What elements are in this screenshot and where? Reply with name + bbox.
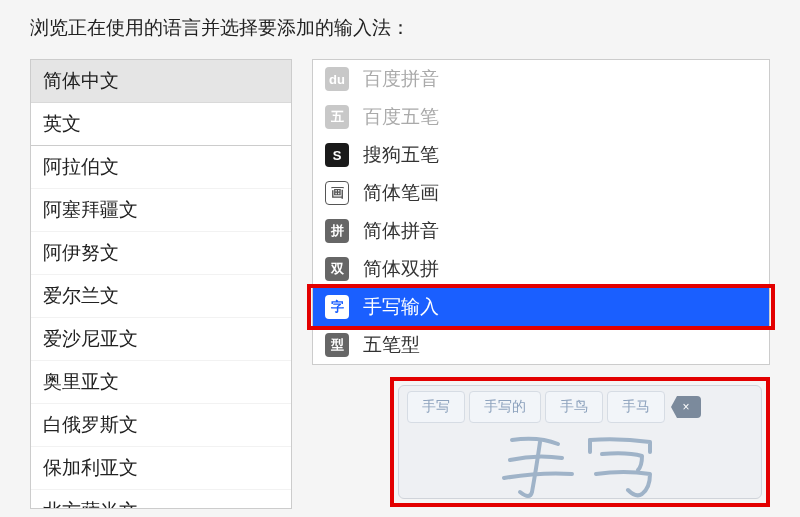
language-item[interactable]: 爱沙尼亚文 <box>31 318 291 361</box>
language-item[interactable]: 爱尔兰文 <box>31 275 291 318</box>
ime-icon: S <box>325 143 349 167</box>
handwriting-canvas[interactable] <box>399 428 761 500</box>
ime-list[interactable]: du百度拼音五百度五笔S搜狗五笔画简体笔画拼简体拼音双简体双拼字手写输入型五笔型 <box>312 59 770 365</box>
ime-icon: 画 <box>325 181 349 205</box>
ime-item[interactable]: 型五笔型 <box>313 326 769 364</box>
ime-label: 五笔型 <box>363 332 420 358</box>
ime-item[interactable]: 双简体双拼 <box>313 250 769 288</box>
language-item[interactable]: 白俄罗斯文 <box>31 404 291 447</box>
ime-label: 搜狗五笔 <box>363 142 439 168</box>
ime-label: 简体双拼 <box>363 256 439 282</box>
handwritten-strokes-icon <box>490 430 670 500</box>
page-title: 浏览正在使用的语言并选择要添加的输入法： <box>30 10 770 41</box>
backspace-icon[interactable]: × <box>671 396 701 418</box>
language-item[interactable]: 简体中文 <box>31 60 291 103</box>
language-item[interactable]: 北方萨米文 <box>31 490 291 509</box>
ime-icon: 字 <box>325 295 349 319</box>
ime-label: 手写输入 <box>363 294 439 320</box>
ime-icon: 五 <box>325 105 349 129</box>
ime-icon: du <box>325 67 349 91</box>
language-item[interactable]: 阿拉伯文 <box>31 146 291 189</box>
language-item[interactable]: 保加利亚文 <box>31 447 291 490</box>
ime-icon: 型 <box>325 333 349 357</box>
ime-label: 百度五笔 <box>363 104 439 130</box>
candidate-item[interactable]: 手写的 <box>469 391 541 423</box>
ime-icon: 双 <box>325 257 349 281</box>
ime-item[interactable]: du百度拼音 <box>313 60 769 98</box>
language-item[interactable]: 英文 <box>31 103 291 146</box>
ime-item[interactable]: 拼简体拼音 <box>313 212 769 250</box>
ime-item[interactable]: 五百度五笔 <box>313 98 769 136</box>
ime-label: 百度拼音 <box>363 66 439 92</box>
language-item[interactable]: 奥里亚文 <box>31 361 291 404</box>
ime-item[interactable]: 字手写输入 <box>313 288 769 326</box>
candidate-item[interactable]: 手马 <box>607 391 665 423</box>
ime-item[interactable]: S搜狗五笔 <box>313 136 769 174</box>
candidate-item[interactable]: 手写 <box>407 391 465 423</box>
ime-item[interactable]: 画简体笔画 <box>313 174 769 212</box>
ime-icon: 拼 <box>325 219 349 243</box>
candidate-bar: 手写手写的手鸟手马× <box>399 386 761 428</box>
candidate-item[interactable]: 手鸟 <box>545 391 603 423</box>
language-item[interactable]: 阿伊努文 <box>31 232 291 275</box>
ime-label: 简体笔画 <box>363 180 439 206</box>
handwriting-preview: 手写手写的手鸟手马× <box>398 385 762 499</box>
ime-panel: du百度拼音五百度五笔S搜狗五笔画简体笔画拼简体拼音双简体双拼字手写输入型五笔型… <box>312 59 770 509</box>
language-list[interactable]: 简体中文英文阿拉伯文阿塞拜疆文阿伊努文爱尔兰文爱沙尼亚文奥里亚文白俄罗斯文保加利… <box>30 59 292 509</box>
columns: 简体中文英文阿拉伯文阿塞拜疆文阿伊努文爱尔兰文爱沙尼亚文奥里亚文白俄罗斯文保加利… <box>30 59 770 509</box>
language-item[interactable]: 阿塞拜疆文 <box>31 189 291 232</box>
ime-label: 简体拼音 <box>363 218 439 244</box>
handwriting-preview-highlight: 手写手写的手鸟手马× <box>390 377 770 507</box>
